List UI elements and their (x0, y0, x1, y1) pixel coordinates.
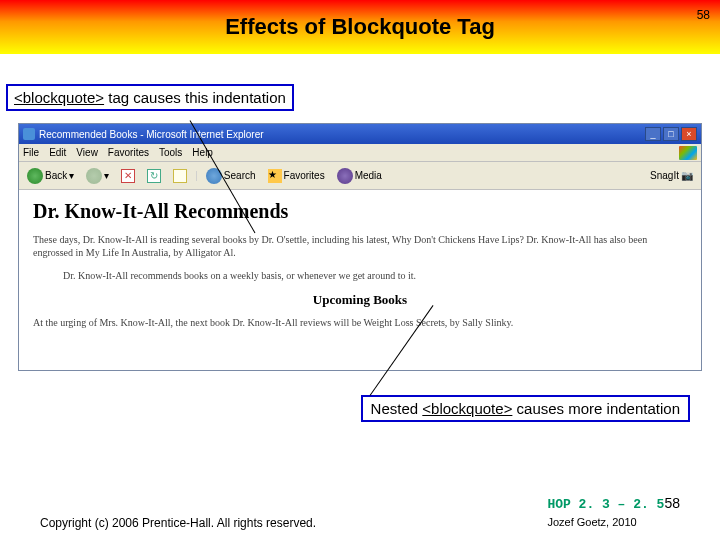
page-heading: Dr. Know-It-All Recommends (33, 200, 687, 223)
browser-toolbar: Back ▾ ▾ ✕ ↻ | Search ★Favorites Media S… (19, 162, 701, 190)
menu-tools[interactable]: Tools (159, 147, 182, 158)
forward-icon (86, 168, 102, 184)
windows-logo-icon (679, 146, 697, 160)
author-text: Jozef Goetz, 2010 (547, 515, 680, 530)
favorites-button[interactable]: ★Favorites (264, 167, 329, 185)
maximize-button[interactable]: □ (663, 127, 679, 141)
hop-reference: HOP 2. 3 – 2. 5 (547, 497, 664, 512)
slide-title: Effects of Blockquote Tag (225, 14, 495, 40)
back-button[interactable]: Back ▾ (23, 166, 78, 186)
paragraph-2-blockquote: Dr. Know-It-All recommends books on a we… (63, 269, 657, 282)
menu-view[interactable]: View (76, 147, 98, 158)
search-label: Search (224, 170, 256, 181)
paragraph-1: These days, Dr. Know-It-All is reading s… (33, 233, 687, 259)
minimize-button[interactable]: _ (645, 127, 661, 141)
callout-nested-blockquote: Nested <blockquote> causes more indentat… (361, 395, 690, 422)
close-button[interactable]: × (681, 127, 697, 141)
browser-titlebar: Recommended Books - Microsoft Internet E… (19, 124, 701, 144)
menu-file[interactable]: File (23, 147, 39, 158)
media-label: Media (355, 170, 382, 181)
refresh-icon: ↻ (147, 169, 161, 183)
slide-footer: Copyright (c) 2006 Prentice-Hall. All ri… (0, 494, 720, 530)
browser-content: Dr. Know-It-All Recommends These days, D… (19, 190, 701, 370)
page-number-bottom: 58 (664, 495, 680, 511)
media-button[interactable]: Media (333, 166, 386, 186)
star-icon: ★ (268, 169, 282, 183)
favorites-label: Favorites (284, 170, 325, 181)
back-icon (27, 168, 43, 184)
media-icon (337, 168, 353, 184)
snagit-label: SnagIt (650, 170, 679, 181)
callout2-before: Nested (371, 400, 423, 417)
menu-edit[interactable]: Edit (49, 147, 66, 158)
subheading-upcoming: Upcoming Books (33, 292, 687, 308)
page-number-top: 58 (697, 8, 710, 22)
paragraph-3: At the urging of Mrs. Know-It-All, the n… (33, 316, 687, 329)
browser-menubar: File Edit View Favorites Tools Help (19, 144, 701, 162)
home-icon (173, 169, 187, 183)
forward-button[interactable]: ▾ (82, 166, 113, 186)
stop-button[interactable]: ✕ (117, 167, 139, 185)
refresh-button[interactable]: ↻ (143, 167, 165, 185)
slide-header: Effects of Blockquote Tag 58 (0, 0, 720, 54)
callout2-after: causes more indentation (512, 400, 680, 417)
menu-favorites[interactable]: Favorites (108, 147, 149, 158)
search-button[interactable]: Search (202, 166, 260, 186)
home-button[interactable] (169, 167, 191, 185)
callout2-tag: <blockquote> (422, 400, 512, 417)
browser-window: Recommended Books - Microsoft Internet E… (18, 123, 702, 371)
callout-blockquote-indent: <blockquote> tag causes this indentation (6, 84, 294, 111)
stop-icon: ✕ (121, 169, 135, 183)
back-label: Back (45, 170, 67, 181)
snagit-button[interactable]: SnagIt 📷 (646, 168, 697, 183)
copyright-text: Copyright (c) 2006 Prentice-Hall. All ri… (40, 516, 316, 530)
ie-icon (23, 128, 35, 140)
window-title: Recommended Books - Microsoft Internet E… (39, 129, 264, 140)
window-buttons: _ □ × (645, 127, 697, 141)
callout1-tag: <blockquote> (14, 89, 104, 106)
callout1-text: tag causes this indentation (104, 89, 286, 106)
